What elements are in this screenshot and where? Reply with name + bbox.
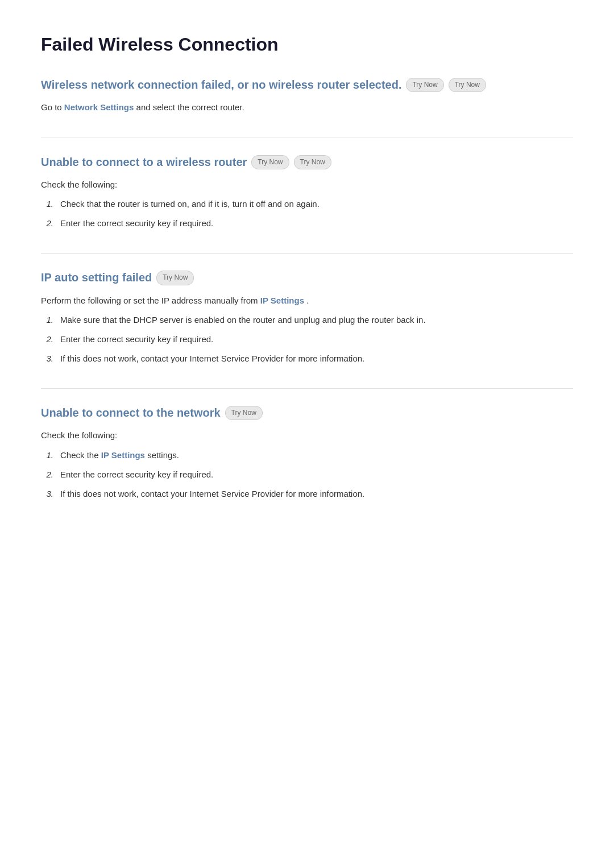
section-heading-text-4: Unable to connect to the network — [41, 406, 221, 420]
list-item: 1. Check that the router is turned on, a… — [41, 197, 573, 211]
check-following-intro-2: Check the following: — [41, 428, 573, 443]
network-settings-link[interactable]: Network Settings — [64, 102, 134, 112]
divider-2 — [41, 253, 573, 254]
section-ip-auto-setting-failed: IP auto setting failed Try Now Perform t… — [41, 271, 573, 366]
list-item-text: If this does not work, contact your Inte… — [60, 487, 364, 501]
list-item: 1. Check the IP Settings settings. — [41, 448, 573, 462]
list-text-before-link: Check the — [60, 450, 99, 460]
try-now-button-4a[interactable]: Try Now — [225, 406, 263, 420]
list-item-text: Enter the correct security key if requir… — [60, 217, 213, 230]
list-item-text: Check that the router is turned on, and … — [60, 197, 320, 211]
section-title-unable-connect-network: Unable to connect to the network Try Now — [41, 406, 573, 420]
ip-settings-link-1[interactable]: IP Settings — [260, 296, 304, 305]
body-text-period: . — [306, 296, 309, 305]
check-following-intro: Check the following: — [41, 177, 573, 192]
section-title-unable-connect-router: Unable to connect to a wireless router T… — [41, 155, 573, 169]
section-title-wireless-network-failed: Wireless network connection failed, or n… — [41, 78, 573, 92]
try-now-button-3a[interactable]: Try Now — [156, 271, 194, 285]
section-heading-text-3: IP auto setting failed — [41, 271, 152, 284]
ip-steps-list: 1. Make sure that the DHCP server is ena… — [41, 313, 573, 366]
list-text-after: settings. — [147, 450, 179, 460]
list-item: 2. Enter the correct security key if req… — [41, 217, 573, 230]
list-item: 3. If this does not work, contact your I… — [41, 352, 573, 366]
try-now-button-1a[interactable]: Try Now — [406, 78, 443, 92]
list-num: 2. — [41, 468, 53, 481]
divider-3 — [41, 388, 573, 389]
router-steps-list: 1. Check that the router is turned on, a… — [41, 197, 573, 230]
list-num: 1. — [41, 448, 53, 462]
page-title: Failed Wireless Connection — [41, 34, 573, 55]
section-heading-text-2: Unable to connect to a wireless router — [41, 156, 247, 169]
list-num: 3. — [41, 487, 53, 501]
ip-settings-link-2[interactable]: IP Settings — [101, 450, 145, 460]
body-text-perform: Perform the following or set the IP addr… — [41, 296, 258, 305]
body-text-select-router: and select the correct router. — [136, 102, 244, 112]
list-item-text: If this does not work, contact your Inte… — [60, 352, 364, 366]
list-num: 1. — [41, 313, 53, 327]
section-unable-connect-network: Unable to connect to the network Try Now… — [41, 406, 573, 501]
section-title-ip-auto-setting: IP auto setting failed Try Now — [41, 271, 573, 285]
divider-1 — [41, 138, 573, 138]
section-unable-connect-router: Unable to connect to a wireless router T… — [41, 155, 573, 231]
list-num: 3. — [41, 352, 53, 366]
section-body-unable-connect-router: Check the following: 1. Check that the r… — [41, 177, 573, 231]
list-item-text: Enter the correct security key if requir… — [60, 468, 213, 481]
list-item-text: Make sure that the DHCP server is enable… — [60, 313, 426, 327]
body-text-go-to: Go to — [41, 102, 62, 112]
network-steps-list: 1. Check the IP Settings settings. 2. En… — [41, 448, 573, 501]
list-item: 2. Enter the correct security key if req… — [41, 333, 573, 346]
list-item: 2. Enter the correct security key if req… — [41, 468, 573, 481]
list-item-text: Enter the correct security key if requir… — [60, 333, 213, 346]
section-wireless-network-failed: Wireless network connection failed, or n… — [41, 78, 573, 115]
try-now-button-2b[interactable]: Try Now — [294, 155, 331, 169]
list-num: 2. — [41, 333, 53, 346]
list-num: 1. — [41, 197, 53, 211]
try-now-button-1b[interactable]: Try Now — [449, 78, 486, 92]
list-item-text: Check the IP Settings settings. — [60, 448, 179, 462]
section-body-wireless-network-failed: Go to Network Settings and select the co… — [41, 100, 573, 115]
section-heading-text: Wireless network connection failed, or n… — [41, 78, 401, 92]
list-item: 1. Make sure that the DHCP server is ena… — [41, 313, 573, 327]
section-body-unable-connect-network: Check the following: 1. Check the IP Set… — [41, 428, 573, 501]
try-now-button-2a[interactable]: Try Now — [251, 155, 289, 169]
list-item: 3. If this does not work, contact your I… — [41, 487, 573, 501]
section-body-ip-auto-setting: Perform the following or set the IP addr… — [41, 293, 573, 366]
list-num: 2. — [41, 217, 53, 230]
